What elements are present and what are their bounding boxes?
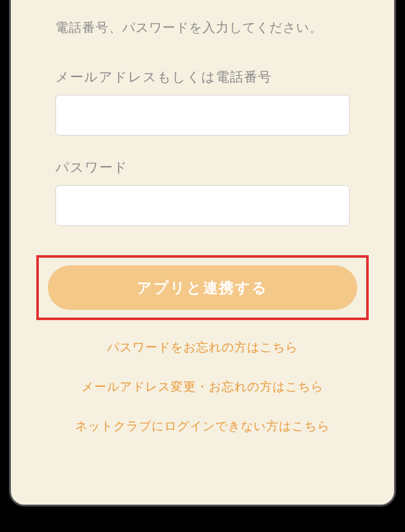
- submit-highlight-box: アプリと連携する: [36, 255, 369, 320]
- forgot-password-link[interactable]: パスワードをお忘れの方はこちら: [55, 339, 350, 356]
- instruction-text: 電話番号、パスワードを入力してください。: [55, 19, 350, 36]
- link-app-button[interactable]: アプリと連携する: [48, 265, 357, 310]
- email-phone-label: メールアドレスもしくは電話番号: [55, 68, 350, 86]
- email-phone-input[interactable]: [55, 95, 350, 136]
- password-label: パスワード: [55, 158, 350, 176]
- password-field-group: パスワード: [55, 158, 350, 249]
- password-input[interactable]: [55, 185, 350, 226]
- change-email-link[interactable]: メールアドレス変更・お忘れの方はこちら: [55, 379, 350, 395]
- links-section: パスワードをお忘れの方はこちら メールアドレス変更・お忘れの方はこちら ネットク…: [55, 339, 350, 435]
- login-card: 電話番号、パスワードを入力してください。 メールアドレスもしくは電話番号 パスワ…: [9, 0, 396, 507]
- email-phone-field-group: メールアドレスもしくは電話番号: [55, 68, 350, 158]
- cannot-login-link[interactable]: ネットクラブにログインできない方はこちら: [55, 418, 350, 435]
